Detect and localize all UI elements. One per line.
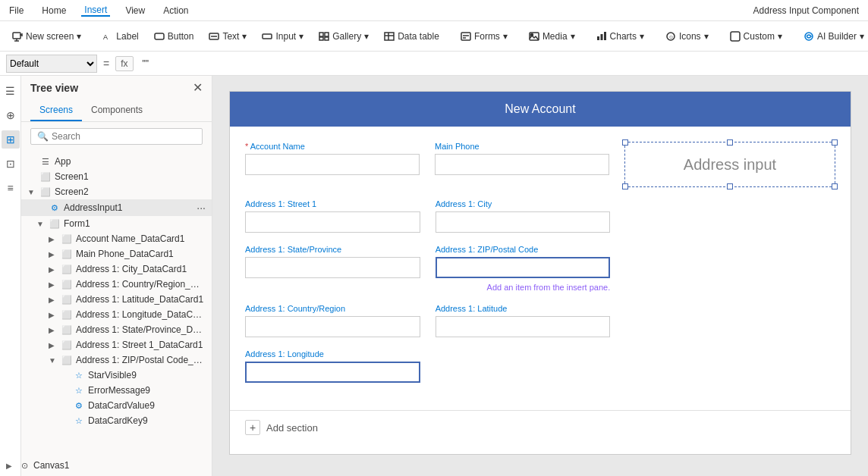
forms-button[interactable]: Forms ▾: [454, 28, 514, 45]
left-icon-settings[interactable]: ≡: [2, 179, 20, 197]
formula-dropdown[interactable]: Default: [6, 55, 97, 73]
tree-item-account-name-card[interactable]: ▶ ⬜ Account Name_DataCard1: [21, 231, 212, 246]
tree-item-label: StarVisible9: [88, 370, 206, 380]
search-icon: 🔍: [37, 131, 49, 142]
tree-item-datacardkey9[interactable]: ☆ DataCardKey9: [21, 413, 212, 428]
tree-item-state-card[interactable]: ▶ ⬜ Address 1: State/Province_DataCard1: [21, 322, 212, 337]
field-main-phone: Main Phone: [435, 142, 609, 187]
svg-rect-9: [263, 34, 272, 39]
menu-home[interactable]: Home: [39, 5, 69, 16]
svg-rect-24: [604, 32, 606, 40]
menu-action[interactable]: Action: [160, 5, 191, 16]
add-section-label: Add section: [266, 422, 318, 434]
tree-item-starvisible9[interactable]: ☆ StarVisible9: [21, 368, 212, 383]
data-table-button[interactable]: Data table: [378, 28, 445, 45]
card-icon: ⬜: [61, 310, 73, 320]
add-section[interactable]: + Add section: [230, 410, 851, 444]
input-zip[interactable]: [436, 257, 611, 278]
label-longitude: Address 1: Longitude: [245, 349, 420, 359]
input-longitude[interactable]: [245, 362, 420, 383]
input-latitude[interactable]: [436, 316, 611, 337]
screen2-icon: ⬜: [39, 187, 52, 197]
tree-item-label: Address 1: Street 1_DataCard1: [76, 340, 206, 350]
more-button[interactable]: ···: [197, 202, 206, 214]
input-country[interactable]: [245, 316, 420, 337]
menu-file[interactable]: File: [6, 5, 27, 16]
card-icon: ⬜: [61, 265, 73, 274]
input-account-name[interactable]: [245, 154, 420, 175]
equals-sign: =: [103, 58, 109, 70]
button-button[interactable]: Button: [148, 28, 200, 45]
input-state[interactable]: [245, 257, 420, 278]
gallery-button[interactable]: Gallery ▾: [313, 28, 375, 45]
field-street1: Address 1: Street 1: [245, 199, 420, 233]
handle-br: [832, 183, 838, 189]
menu-insert[interactable]: Insert: [81, 5, 110, 17]
tree-item-main-phone-card[interactable]: ▶ ⬜ Main Phone_DataCard1: [21, 246, 212, 261]
search-input[interactable]: [52, 131, 196, 142]
formula-bar: Default = fx "": [0, 52, 868, 76]
charts-button[interactable]: Charts ▾: [590, 28, 650, 45]
error-icon: ☆: [73, 386, 85, 396]
tree-item-app[interactable]: ☰ App: [21, 154, 212, 169]
svg-rect-14: [385, 33, 394, 40]
tree-item-addressinput1[interactable]: ⚙ AddressInput1 ···: [21, 199, 212, 216]
field-state: Address 1: State/Province: [245, 245, 420, 292]
tree-item-country-card[interactable]: ▶ ⬜ Address 1: Country/Region_DataC...: [21, 277, 212, 292]
left-icon-data[interactable]: ⊡: [2, 155, 20, 173]
tree-item-label: App: [55, 156, 206, 167]
field-zip: Address 1: ZIP/Postal Code Add an item f…: [436, 245, 611, 292]
handle-tr: [832, 139, 838, 146]
handle-tl: [622, 139, 628, 146]
ai-builder-button[interactable]: AI Builder ▾: [797, 28, 868, 45]
tab-components[interactable]: Components: [82, 100, 152, 121]
chevron-card: ▶: [49, 235, 58, 243]
sidebar: Tree view ✕ Screens Components 🔍 ☰ App ⬜…: [21, 76, 212, 476]
card-icon: ⬜: [61, 325, 73, 335]
label-button[interactable]: A Label: [96, 28, 144, 45]
chevron-card: ▶: [49, 311, 58, 319]
address-input-component[interactable]: Address input: [624, 142, 835, 187]
sidebar-close[interactable]: ✕: [193, 82, 203, 94]
tree-content: ☰ App ⬜ Screen1 ▼ ⬜ Screen2 ⚙ AddressInp…: [21, 151, 212, 476]
left-icon-menu[interactable]: ☰: [2, 82, 20, 100]
fx-button[interactable]: fx: [115, 56, 133, 71]
spacer-row2: [625, 245, 835, 292]
tree-item-street1-card[interactable]: ▶ ⬜ Address 1: Street 1_DataCard1: [21, 337, 212, 352]
tree-item-screen2[interactable]: ▼ ⬜ Screen2: [21, 184, 212, 199]
card-icon: ⬜: [61, 280, 73, 290]
tree-item-longitude-card[interactable]: ▶ ⬜ Address 1: Longitude_DataCard1: [21, 307, 212, 322]
left-icon-plus[interactable]: ⊕: [2, 106, 20, 124]
tree-item-errormessage9[interactable]: ☆ ErrorMessage9: [21, 383, 212, 398]
chevron-card: ▼: [49, 356, 58, 365]
tree-item-screen1[interactable]: ⬜ Screen1: [21, 169, 212, 184]
input-button[interactable]: Input ▾: [256, 28, 310, 45]
tree-item-form1[interactable]: ▼ ⬜ Form1: [21, 216, 212, 231]
input-city[interactable]: [436, 211, 611, 233]
form-row-3: Address 1: Country/Region Address 1: Lat…: [245, 304, 835, 337]
media-button[interactable]: Media ▾: [523, 28, 581, 45]
tree-item-canvas1[interactable]: ▶ ⊙ Canvas1: [21, 458, 212, 473]
tree-item-datacardvalue9[interactable]: ⚙ DataCardValue9: [21, 398, 212, 413]
left-icon-layers[interactable]: ⊞: [2, 130, 20, 149]
tree-item-latitude-card[interactable]: ▶ ⬜ Address 1: Latitude_DataCard1: [21, 292, 212, 307]
tree-item-zip-card[interactable]: ▼ ⬜ Address 1: ZIP/Postal Code_DataC...: [21, 352, 212, 368]
spacer-long1: [436, 349, 611, 383]
text-button[interactable]: Text ▾: [203, 28, 253, 45]
addressinput1-icon: ⚙: [49, 203, 61, 213]
tab-screens[interactable]: Screens: [30, 100, 82, 121]
menu-view[interactable]: View: [122, 5, 148, 16]
input-street1[interactable]: [245, 211, 420, 233]
window-title: Address Input Component: [750, 5, 862, 16]
input-main-phone[interactable]: [435, 154, 609, 175]
card-icon: ⬜: [61, 295, 73, 305]
tree-item-city-card[interactable]: ▶ ⬜ Address 1: City_DataCard1: [21, 261, 212, 277]
left-edge: ☰ ⊕ ⊞ ⊡ ≡: [0, 76, 21, 476]
field-latitude: Address 1: Latitude: [436, 304, 611, 337]
svg-rect-12: [319, 37, 323, 40]
new-screen-button[interactable]: New screen ▾: [6, 28, 87, 45]
icons-button[interactable]: ☺ Icons ▾: [659, 28, 715, 45]
chevron-card: ▶: [49, 265, 58, 274]
custom-button[interactable]: Custom ▾: [724, 28, 788, 45]
tree-item-label: Screen1: [55, 171, 206, 182]
